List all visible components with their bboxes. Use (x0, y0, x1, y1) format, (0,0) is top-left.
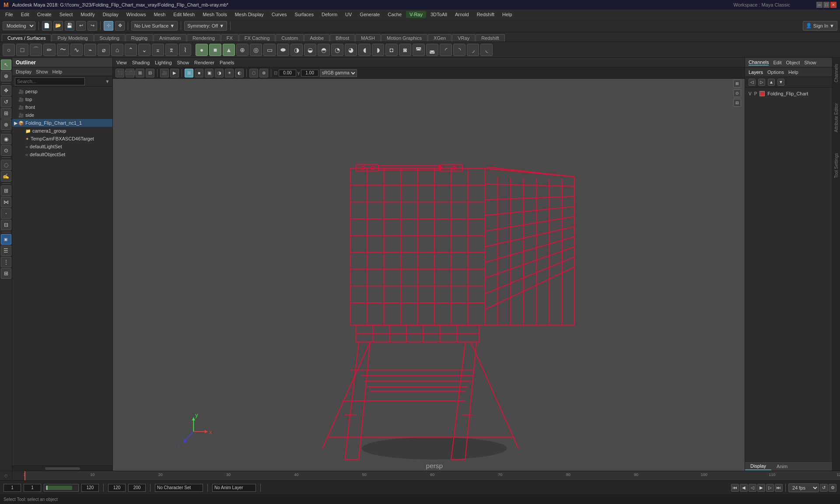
vp-fit-all-btn[interactable]: ⊞ (733, 80, 741, 88)
menu-select[interactable]: Select (56, 11, 77, 18)
vp-two-pane[interactable]: ⬛⬛ (126, 69, 134, 77)
vp-menu-panels[interactable]: Panels (220, 60, 234, 65)
menu-redshift[interactable]: Redshift (473, 11, 498, 18)
edge-tab-tool-settings[interactable]: Tool Settings (833, 151, 840, 180)
shelf-icon-surface14[interactable]: ◞ (467, 44, 479, 56)
shelf-icon-surface13[interactable]: ◝ (453, 44, 466, 56)
move-tool-btn[interactable]: ✥ (115, 21, 125, 31)
outliner-menu-display[interactable]: Display (16, 69, 32, 74)
shelf-tab-redshift[interactable]: Redshift (476, 34, 504, 42)
outliner-menu-show[interactable]: Show (36, 69, 48, 74)
select-tool[interactable]: ↖ (1, 60, 11, 70)
shelf-icon-sphere[interactable]: ● (196, 44, 208, 56)
rp-display-tab[interactable]: Display (745, 462, 771, 470)
vp-three-pane[interactable]: ⊞ (136, 69, 144, 77)
exposure-input[interactable] (279, 70, 296, 77)
shelf-icon-plane[interactable]: ▭ (263, 44, 276, 56)
vp-menu-lighting[interactable]: Lighting (155, 60, 172, 65)
tree-item-lightset[interactable]: ○ defaultLightSet (12, 143, 112, 150)
shelf-icon-curve8[interactable]: ⌅ (152, 44, 164, 56)
shelf-icon-cone[interactable]: ▲ (223, 44, 235, 56)
rotate-tool[interactable]: ↺ (1, 97, 11, 107)
menu-cache[interactable]: Cache (384, 11, 405, 18)
shelf-tab-poly-modeling[interactable]: Poly Modeling (52, 34, 93, 42)
no-live-surface-btn[interactable]: No Live Surface ▼ (131, 21, 178, 31)
search-arrow-icon[interactable]: ▼ (105, 79, 110, 84)
rp-new-layer-btn[interactable]: ◁ (749, 79, 756, 86)
vp-four-pane[interactable]: ⊟ (146, 69, 154, 77)
shelf-icon-curve5[interactable]: ⌂ (111, 44, 123, 56)
tree-item-front[interactable]: 🎥 front (12, 103, 112, 111)
tree-item-objectset[interactable]: ○ defaultObjectSet (12, 150, 112, 158)
shelf-icon-surface8[interactable]: ◘ (385, 44, 398, 56)
tree-item-camera-group[interactable]: 📁 camera1_group (12, 127, 112, 135)
tree-item-persp[interactable]: 🎥 persp (12, 88, 112, 95)
vp-isolate-btn[interactable]: ⊛ (259, 69, 268, 77)
shelf-tab-fx-caching[interactable]: FX Caching (239, 34, 275, 42)
minimize-button[interactable]: ─ (816, 2, 822, 8)
shelf-icon-surface5[interactable]: ◕ (345, 44, 357, 56)
menu-surfaces[interactable]: Surfaces (291, 11, 317, 18)
redo-btn[interactable]: ↪ (88, 21, 97, 31)
outliner-scrollbar-horizontal[interactable] (12, 466, 112, 471)
max-range-input[interactable] (128, 484, 146, 492)
rp-delete-layer-btn[interactable]: ▷ (758, 79, 765, 86)
mode-select[interactable]: Modeling (3, 21, 35, 30)
shelf-tab-animation[interactable]: Animation (154, 34, 186, 42)
shelf-icon-surface9[interactable]: ◙ (399, 44, 411, 56)
shelf-icon-surface2[interactable]: ◒ (304, 44, 316, 56)
edge-tab-attribute-editor[interactable]: Attribute Editor (833, 102, 840, 134)
soft-select-tool[interactable]: ◉ (1, 134, 11, 144)
menu-mesh[interactable]: Mesh (150, 11, 169, 18)
rp-sub-help[interactable]: Help (788, 70, 798, 75)
select-tool-btn[interactable]: ⊹ (104, 21, 113, 31)
undo-btn[interactable]: ↩ (76, 21, 86, 31)
shelf-tab-bifrost[interactable]: Bifrost (330, 34, 355, 42)
pb-goto-end[interactable]: ⏭ (775, 484, 783, 492)
menu-curves[interactable]: Curves (268, 11, 290, 18)
timeline-playhead[interactable] (24, 471, 25, 480)
snap-to-curve[interactable]: ⋈ (1, 197, 11, 207)
shelf-icon-curve7[interactable]: ⌄ (138, 44, 150, 56)
pb-play-back[interactable]: ◁ (749, 484, 756, 492)
search-input[interactable] (15, 77, 85, 85)
maximize-button[interactable]: □ (823, 2, 830, 8)
shelf-icon-surface10[interactable]: ◚ (413, 44, 425, 56)
shelf-icon-arc[interactable]: ⌒ (30, 44, 42, 56)
snap-to-view-plane[interactable]: ⊟ (1, 220, 11, 230)
sign-in-btn[interactable]: 👤 Sign In ▼ (803, 21, 837, 31)
menu-file[interactable]: File (2, 11, 17, 18)
shelf-icon-surface6[interactable]: ◖ (358, 44, 371, 56)
fps-select[interactable]: 24 fps (788, 483, 819, 492)
character-set-input[interactable] (155, 484, 203, 492)
vp-single-pane[interactable]: ⬛ (116, 69, 124, 77)
menu-arnold[interactable]: Arnold (452, 11, 472, 18)
vp-xray-btn[interactable]: ◌ (249, 69, 258, 77)
close-button[interactable]: ✕ (830, 2, 836, 8)
shelf-icon-square[interactable]: □ (16, 44, 28, 56)
shelf-icon-torus[interactable]: ◎ (250, 44, 262, 56)
shelf-tab-mash[interactable]: MASH (355, 34, 381, 42)
vp-menu-shading[interactable]: Shading (132, 60, 150, 65)
node-editor-btn[interactable]: ⊞ (1, 268, 11, 279)
shelf-icon-disk[interactable]: ⬬ (277, 44, 289, 56)
rp-anim-tab[interactable]: Anim (771, 463, 793, 470)
shelf-icon-curve10[interactable]: ⌇ (179, 44, 191, 56)
shelf-tab-sculpting[interactable]: Sculpting (94, 34, 125, 42)
shelf-icon-surface12[interactable]: ◜ (440, 44, 452, 56)
menu-3dtoall[interactable]: 3DToAll (427, 11, 451, 18)
vp-playback-controls[interactable]: ▶ (170, 69, 179, 77)
menu-modify[interactable]: Modify (77, 11, 98, 18)
pb-next-frame[interactable]: ▷ (766, 484, 774, 492)
rp-tab-object[interactable]: Object (786, 60, 800, 65)
layer-editor-btn[interactable]: ☰ (1, 245, 11, 256)
vp-solid-btn[interactable]: ■ (195, 69, 203, 77)
pb-play-fwd[interactable]: ▶ (757, 484, 765, 492)
pb-loop-btn[interactable]: ↺ (820, 484, 828, 492)
shelf-icon-curve2[interactable]: ∿ (70, 44, 83, 56)
pb-settings-btn[interactable]: ⚙ (829, 484, 836, 492)
menu-deform[interactable]: Deform (318, 11, 341, 18)
shelf-tab-vray[interactable]: VRay (452, 34, 475, 42)
vp-textured-btn[interactable]: ▣ (205, 69, 214, 77)
shelf-tab-curves-surfaces[interactable]: Curves / Surfaces (2, 34, 51, 42)
